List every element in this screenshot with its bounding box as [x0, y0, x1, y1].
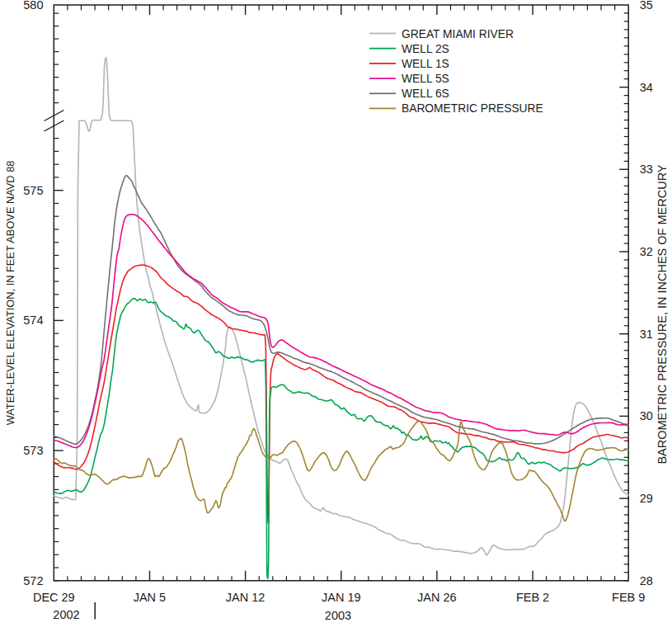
- svg-text:30: 30: [640, 409, 653, 422]
- svg-text:BAROMETRIC PRESSURE: BAROMETRIC PRESSURE: [402, 102, 543, 115]
- svg-text:35: 35: [640, 0, 653, 12]
- svg-text:WATER-LEVEL ELEVATION, IN FEET: WATER-LEVEL ELEVATION, IN FEET ABOVE NAV…: [4, 161, 16, 426]
- svg-text:BAROMETRIC PRESSURE, IN INCHES: BAROMETRIC PRESSURE, IN INCHES OF MERCUR…: [656, 164, 669, 464]
- svg-text:580: 580: [23, 0, 43, 12]
- svg-text:2002: 2002: [53, 608, 79, 621]
- svg-text:575: 575: [23, 184, 43, 197]
- svg-text:574: 574: [23, 314, 43, 327]
- svg-text:GREAT MIAMI RIVER: GREAT MIAMI RIVER: [402, 28, 514, 40]
- svg-text:28: 28: [640, 574, 653, 587]
- svg-text:JAN 26: JAN 26: [417, 591, 457, 604]
- svg-text:572: 572: [23, 574, 43, 587]
- svg-text:JAN 19: JAN 19: [322, 591, 361, 604]
- svg-text:DEC 29: DEC 29: [33, 591, 75, 604]
- svg-text:573: 573: [23, 444, 43, 457]
- svg-text:WELL 2S: WELL 2S: [402, 43, 449, 55]
- svg-text:29: 29: [640, 492, 653, 505]
- svg-text:WELL 6S: WELL 6S: [402, 87, 449, 100]
- svg-text:FEB 2: FEB 2: [516, 591, 549, 604]
- svg-text:JAN 5: JAN 5: [134, 591, 167, 604]
- svg-text:JAN 12: JAN 12: [226, 591, 266, 604]
- svg-text:34: 34: [640, 81, 653, 94]
- svg-text:32: 32: [640, 245, 653, 258]
- svg-text:31: 31: [640, 328, 653, 341]
- svg-text:FEB 9: FEB 9: [612, 591, 645, 604]
- svg-text:WELL 5S: WELL 5S: [402, 73, 449, 85]
- svg-text:WELL 1S: WELL 1S: [402, 58, 449, 70]
- svg-text:33: 33: [640, 163, 653, 176]
- svg-text:2003: 2003: [325, 609, 351, 622]
